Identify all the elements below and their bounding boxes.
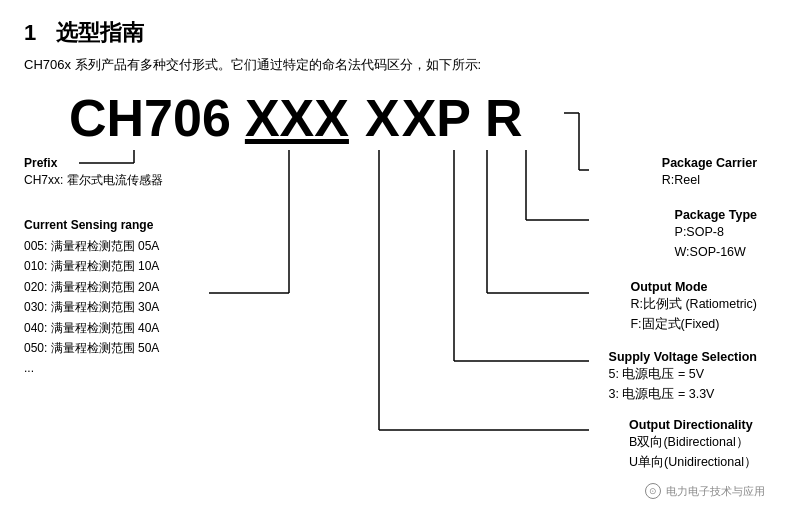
range-item-ellipsis: ... — [24, 358, 159, 378]
annotation-supply-voltage: Supply Voltage Selection 5: 电源电压 = 5V 3:… — [609, 350, 757, 404]
annotation-output-dir: Output Directionality B双向(Bidirectional）… — [629, 418, 757, 472]
range-item-3: 030: 满量程检测范围 30A — [24, 297, 159, 317]
package-type-title: Package Type — [675, 208, 757, 222]
supply-voltage-item-0: 5: 电源电压 = 5V — [609, 364, 757, 384]
output-dir-title: Output Directionality — [629, 418, 757, 432]
code-ch706: CH706 — [69, 88, 231, 148]
range-item-4: 040: 满量程检测范围 40A — [24, 318, 159, 338]
package-type-item-1: W:SOP-16W — [675, 242, 757, 262]
output-mode-item-0: R:比例式 (Ratiometric) — [630, 294, 757, 314]
package-carrier-title: Package Carrier — [662, 156, 757, 170]
section-title: 1 选型指南 — [24, 18, 765, 48]
code-p: P — [436, 88, 471, 148]
output-dir-item-1: U单向(Unidirectional） — [629, 452, 757, 472]
range-item-2: 020: 满量程检测范围 20A — [24, 277, 159, 297]
range-item-1: 010: 满量程检测范围 10A — [24, 256, 159, 276]
prefix-panel: Prefix CH7xx: 霍尔式电流传感器 — [24, 156, 163, 207]
range-item-5: 050: 满量程检测范围 50A — [24, 338, 159, 358]
section-number: 1 — [24, 20, 36, 46]
prefix-label: Prefix — [24, 156, 163, 170]
watermark-text: 电力电子技术与应用 — [666, 484, 765, 499]
output-mode-item-1: F:固定式(Fixed) — [630, 314, 757, 334]
annotation-package-carrier: Package Carrier R:Reel — [662, 156, 757, 190]
package-carrier-item-0: R:Reel — [662, 170, 757, 190]
code-r: R — [485, 88, 523, 148]
supply-voltage-item-1: 3: 电源电压 = 3.3V — [609, 384, 757, 404]
current-sensing-label: Current Sensing range — [24, 218, 159, 232]
code-x1: X — [365, 88, 400, 148]
annotation-output-mode: Output Mode R:比例式 (Ratiometric) F:固定式(Fi… — [630, 280, 757, 334]
range-item-0: 005: 满量程检测范围 05A — [24, 236, 159, 256]
watermark-icon: ⊙ — [645, 483, 661, 499]
code-x2: X — [402, 88, 437, 148]
current-sensing-items: 005: 满量程检测范围 05A 010: 满量程检测范围 10A 020: 满… — [24, 236, 159, 379]
code-display: CH706 XXX X X P R — [69, 88, 523, 148]
watermark: ⊙ 电力电子技术与应用 — [645, 483, 765, 499]
output-mode-title: Output Mode — [630, 280, 757, 294]
section-heading: 选型指南 — [56, 18, 144, 48]
output-dir-item-0: B双向(Bidirectional） — [629, 432, 757, 452]
page-container: 1 选型指南 CH706x 系列产品有多种交付形式。它们通过特定的命名法代码区分… — [0, 0, 789, 478]
description: CH706x 系列产品有多种交付形式。它们通过特定的命名法代码区分，如下所示: — [24, 56, 765, 74]
diagram-area: CH706 XXX X X P R Prefix CH7xx: 霍尔式电流传感器… — [24, 88, 765, 468]
prefix-desc: CH7xx: 霍尔式电流传感器 — [24, 172, 163, 189]
supply-voltage-title: Supply Voltage Selection — [609, 350, 757, 364]
annotation-package-type: Package Type P:SOP-8 W:SOP-16W — [675, 208, 757, 262]
current-sensing-panel: Current Sensing range 005: 满量程检测范围 05A 0… — [24, 218, 159, 379]
package-type-item-0: P:SOP-8 — [675, 222, 757, 242]
code-xxx: XXX — [245, 88, 349, 148]
